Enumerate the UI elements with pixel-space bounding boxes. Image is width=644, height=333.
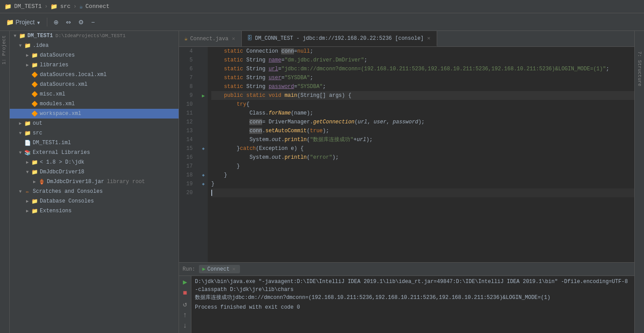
code-line-20 bbox=[211, 188, 634, 197]
out-folder-icon: 📁 bbox=[24, 120, 31, 127]
extensions-folder[interactable]: 📁 Extensions bbox=[10, 206, 179, 216]
extensions-arrow bbox=[24, 207, 31, 214]
gutter-4 bbox=[199, 47, 208, 56]
chevron-icon: ▼ bbox=[36, 20, 41, 25]
add-button[interactable]: ⊕ bbox=[51, 17, 61, 27]
run-panel: Run: ▶ Connect ✕ ▶ ■ ↺ ↑ ↓ 📷 bbox=[179, 262, 634, 333]
ext-lib-arrow bbox=[17, 149, 24, 156]
root-arrow bbox=[11, 32, 19, 39]
datasources-local-xml[interactable]: 🔶 dataSources.local.xml bbox=[10, 70, 179, 80]
datasources-local-label: dataSources.local.xml bbox=[40, 72, 107, 78]
code-line-7: static String user="SYSDBA"; bbox=[211, 73, 634, 82]
title-sep2: › bbox=[73, 3, 77, 10]
line-num-14: 14 bbox=[179, 135, 195, 144]
db-consoles-arrow bbox=[24, 198, 31, 205]
code-line-12: conn= DriverManager.getConnection(url, u… bbox=[211, 118, 634, 126]
external-libraries[interactable]: 📚 External Libraries bbox=[10, 148, 179, 157]
toolbar: 📁 Project ▼ ⊕ ⇔ ⚙ − bbox=[0, 13, 644, 31]
datasources-folder[interactable]: 📁 dataSources bbox=[10, 50, 179, 60]
main-area: 1: Project 📁 DM_TEST1 D:\IdeaProjects\DM… bbox=[0, 31, 644, 333]
dmjdbc-folder-icon: 📁 bbox=[31, 168, 38, 176]
tab-dm-conn[interactable]: 🗄 DM_CONN_TEST - jdbc:dm://192.168.20.22… bbox=[242, 31, 437, 46]
code-line-16: System.out.println("error"); bbox=[211, 153, 634, 162]
dm-tab-icon: 🗄 bbox=[247, 35, 252, 42]
line-num-13: 13 bbox=[179, 126, 195, 135]
src-label: src bbox=[60, 3, 70, 10]
run-exit-text: Process finished with exit code 0 bbox=[195, 303, 631, 311]
code-editor: 4 5 6 7 8 9 10 11 12 13 14 15 16 17 18 1… bbox=[179, 47, 634, 262]
project-panel-tab[interactable]: 1: Project bbox=[0, 31, 9, 69]
modules-xml-icon: 🔶 bbox=[31, 100, 38, 107]
datasources-xml[interactable]: 🔶 dataSources.xml bbox=[10, 80, 179, 89]
sidebar-content: 📁 DM_TEST1 D:\IdeaProjects\DM_TEST1 📁 .i… bbox=[10, 31, 179, 333]
right-panel: 7: Structure bbox=[634, 31, 644, 333]
java-tab-label: Connect.java bbox=[190, 36, 228, 42]
jar-arrow bbox=[31, 178, 38, 185]
project-toolbar-btn[interactable]: 📁 Project ▼ bbox=[4, 17, 43, 27]
libraries-label: libraries bbox=[40, 62, 69, 68]
dm-tab-close[interactable]: ✕ bbox=[427, 35, 431, 42]
minimize-button[interactable]: − bbox=[88, 17, 97, 27]
java-tab-close[interactable]: ✕ bbox=[231, 35, 236, 42]
line-num-6: 6 bbox=[179, 65, 195, 73]
run-left-panel: ▶ ■ ↺ ↑ ↓ 📷 ⤢ bbox=[179, 276, 191, 333]
title-sep1: › bbox=[44, 3, 48, 10]
src-folder-icon: 📁 bbox=[24, 130, 31, 137]
gutter-5 bbox=[199, 56, 208, 65]
gutter-14 bbox=[199, 135, 208, 144]
src-folder[interactable]: 📁 src bbox=[10, 128, 179, 138]
toolbar-sep1 bbox=[47, 18, 47, 27]
run-stop-btn[interactable]: ■ bbox=[183, 289, 187, 297]
code-line-6: static String url="jdbc:dm://dmconn?dmco… bbox=[211, 65, 634, 73]
code-line-17: } bbox=[211, 162, 634, 171]
jdk-label: < 1.8 > D:\jdk bbox=[40, 159, 84, 165]
root-path: D:\IdeaProjects\DM_TEST1 bbox=[56, 33, 126, 38]
extensions-label: Extensions bbox=[40, 208, 72, 214]
project-icon: 📁 bbox=[4, 3, 11, 10]
modules-xml[interactable]: 🔶 modules.xml bbox=[10, 99, 179, 109]
run-rerun-btn[interactable]: ↺ bbox=[183, 300, 187, 309]
tree-root[interactable]: 📁 DM_TEST1 D:\IdeaProjects\DM_TEST1 bbox=[10, 31, 179, 41]
datasources-xml-arrow bbox=[24, 81, 31, 88]
workspace-xml-label: workspace.xml bbox=[40, 111, 81, 117]
workspace-xml[interactable]: 🔶 workspace.xml bbox=[10, 109, 179, 119]
code-content[interactable]: static Connection conn=null; static Stri… bbox=[208, 47, 634, 262]
libraries-folder[interactable]: 📁 libraries bbox=[10, 60, 179, 70]
jdk-folder[interactable]: 📁 < 1.8 > D:\jdk bbox=[10, 157, 179, 167]
run-tab-connect[interactable]: ▶ Connect ✕ bbox=[199, 265, 240, 273]
line-num-7: 7 bbox=[179, 73, 195, 82]
run-scroll-down-btn[interactable]: ↓ bbox=[183, 322, 187, 330]
misc-xml-icon: 🔶 bbox=[31, 91, 38, 98]
gutter-15: ◈ bbox=[199, 144, 208, 153]
run-output: ▶ ■ ↺ ↑ ↓ 📷 ⤢ D:\jdk\bin\java.exe "-java… bbox=[179, 276, 634, 333]
dmjdbc-jar[interactable]: 🏺 DmJdbcDriver18.jar library root bbox=[10, 177, 179, 187]
sidebar: 📁 DM_TEST1 D:\IdeaProjects\DM_TEST1 📁 .i… bbox=[10, 31, 179, 333]
misc-xml[interactable]: 🔶 misc.xml bbox=[10, 89, 179, 99]
gutter: ▶ ◈ ◈ ◈ bbox=[199, 47, 208, 262]
workspace-xml-arrow bbox=[24, 110, 31, 117]
tab-connect-java[interactable]: ☕ Connect.java ✕ bbox=[179, 31, 242, 46]
database-consoles-folder[interactable]: 📁 Database Consoles bbox=[10, 196, 179, 206]
run-tab-bar: Run: ▶ Connect ✕ bbox=[179, 263, 634, 276]
out-arrow bbox=[17, 120, 24, 127]
run-scroll-up-btn[interactable]: ↑ bbox=[183, 311, 187, 319]
code-line-4: static Connection conn=null; bbox=[211, 47, 634, 56]
scratches-folder[interactable]: ✏️ Scratches and Consoles bbox=[10, 187, 179, 196]
idea-folder[interactable]: 📁 .idea bbox=[10, 41, 179, 50]
libraries-folder-icon: 📁 bbox=[31, 61, 38, 69]
line-numbers: 4 5 6 7 8 9 10 11 12 13 14 15 16 17 18 1… bbox=[179, 47, 199, 262]
run-tab-close[interactable]: ✕ bbox=[231, 266, 236, 272]
datasources-arrow bbox=[24, 52, 31, 59]
workspace-xml-icon: 🔶 bbox=[31, 110, 38, 117]
dm-test1-iml[interactable]: 📄 DM_TEST1.iml bbox=[10, 138, 179, 148]
jar-library-root: library root bbox=[107, 179, 145, 185]
run-play-btn[interactable]: ▶ bbox=[183, 278, 187, 287]
settings-button[interactable]: ⚙ bbox=[76, 17, 87, 27]
line-num-19: 19 bbox=[179, 180, 195, 188]
run-gutter-9[interactable]: ▶ bbox=[199, 91, 208, 100]
dmjdbc-folder[interactable]: 📁 DmJdbcDriver18 bbox=[10, 167, 179, 177]
expand-button[interactable]: ⇔ bbox=[63, 17, 74, 27]
structure-tab[interactable]: 7: Structure bbox=[636, 49, 643, 89]
dmjdbc-label: DmJdbcDriver18 bbox=[40, 169, 84, 175]
out-folder[interactable]: 📁 out bbox=[10, 119, 179, 128]
